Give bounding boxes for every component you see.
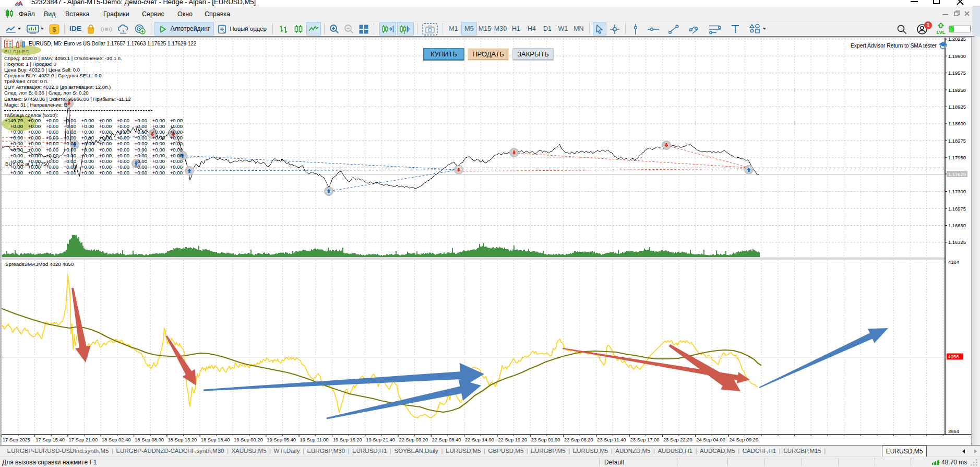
svg-text:24 Sep 09:20: 24 Sep 09:20 xyxy=(730,437,759,442)
svg-text:3954: 3954 xyxy=(948,428,959,434)
svg-text:23 Sep 22:20: 23 Sep 22:20 xyxy=(663,437,692,442)
svg-text:LVL: LVL xyxy=(936,29,945,35)
svg-text:22 Sep 19:20: 22 Sep 19:20 xyxy=(498,437,527,442)
svg-text:18 Sep 08:00: 18 Sep 08:00 xyxy=(135,437,164,442)
svg-text:19 Sep 11:00: 19 Sep 11:00 xyxy=(300,437,329,442)
svg-text:23 Sep 01:00: 23 Sep 01:00 xyxy=(531,437,560,442)
svg-text:22 Sep 03:20: 22 Sep 03:20 xyxy=(399,437,428,442)
svg-text:19 Sep 00:20: 19 Sep 00:20 xyxy=(234,437,263,442)
svg-text:19 Sep 16:20: 19 Sep 16:20 xyxy=(333,437,362,442)
svg-text:1.18275: 1.18275 xyxy=(948,138,966,144)
svg-text:18 Sep 02:40: 18 Sep 02:40 xyxy=(102,437,131,442)
svg-text:1.18600: 1.18600 xyxy=(948,121,966,126)
svg-text:23 Sep 11:40: 23 Sep 11:40 xyxy=(597,437,626,442)
svg-text:4056: 4056 xyxy=(948,354,959,359)
svg-text:1.19575: 1.19575 xyxy=(948,70,966,76)
svg-text:23 Sep 06:20: 23 Sep 06:20 xyxy=(564,437,593,442)
svg-text:1.19250: 1.19250 xyxy=(948,87,966,93)
svg-text:1.17300: 1.17300 xyxy=(948,189,966,194)
svg-text:24 Sep 04:00: 24 Sep 04:00 xyxy=(696,437,725,442)
svg-text:19 Sep 21:40: 19 Sep 21:40 xyxy=(366,437,395,442)
svg-text:17 Sep 15:40: 17 Sep 15:40 xyxy=(35,437,65,442)
svg-text:1.16325: 1.16325 xyxy=(948,239,966,245)
svg-text:19 Sep 05:40: 19 Sep 05:40 xyxy=(267,437,296,442)
svg-text:$: $ xyxy=(52,25,56,33)
svg-text:1.17629: 1.17629 xyxy=(948,171,966,177)
svg-text:1.16650: 1.16650 xyxy=(948,223,966,228)
svg-text:1.18925: 1.18925 xyxy=(948,104,966,110)
svg-text:22 Sep 08:40: 22 Sep 08:40 xyxy=(432,437,461,442)
svg-text:1.17950: 1.17950 xyxy=(948,155,966,160)
svg-text:1.20225: 1.20225 xyxy=(948,37,966,42)
svg-text:18 Sep 18:40: 18 Sep 18:40 xyxy=(201,437,230,442)
svg-text:22 Sep 14:00: 22 Sep 14:00 xyxy=(465,437,494,442)
svg-text:23 Sep 17:00: 23 Sep 17:00 xyxy=(630,437,660,442)
svg-text:18 Sep 13:20: 18 Sep 13:20 xyxy=(168,437,197,442)
svg-text:1.19900: 1.19900 xyxy=(948,53,966,59)
svg-text:17 Sep 21:00: 17 Sep 21:00 xyxy=(69,437,98,442)
svg-text:4184: 4184 xyxy=(948,259,959,265)
svg-text:1.16975: 1.16975 xyxy=(948,206,966,212)
svg-text:17 Sep 2025: 17 Sep 2025 xyxy=(3,437,30,442)
